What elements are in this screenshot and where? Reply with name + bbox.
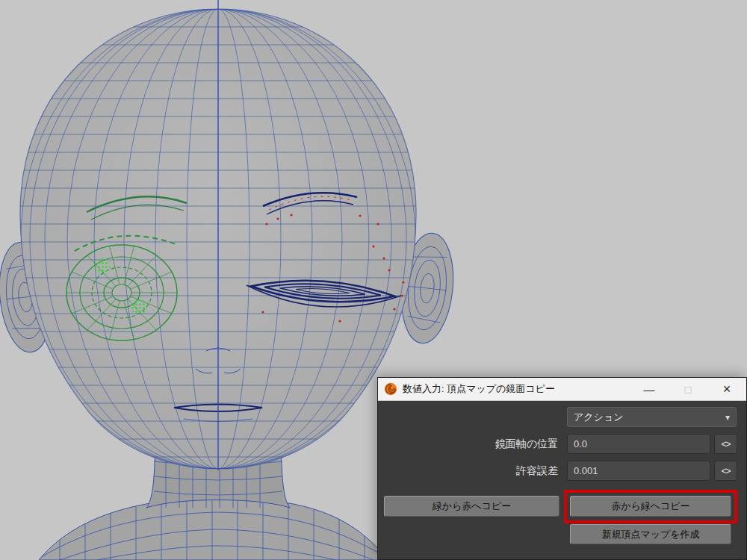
copy-green-to-red-button[interactable]: 緑から赤へコピー [384,496,560,517]
dialog-title: 数値入力: 頂点マップの鏡面コピー [403,382,555,396]
mirror-copy-dialog: 数値入力: 頂点マップの鏡面コピー — □ × アクション ▾ 鏡面軸の位置 0… [377,377,747,560]
tolerance-label: 許容誤差 [438,464,558,478]
close-icon[interactable]: × [707,378,746,400]
chevron-down-icon: ▾ [725,412,730,423]
copy-red-to-green-button[interactable]: 赤から緑へコピー [570,496,731,517]
tolerance-input[interactable]: 0.001 [567,461,710,481]
mirror-axis-input[interactable]: 0.0 [567,434,710,454]
minimize-icon[interactable]: — [630,378,669,400]
window-controls: — □ × [630,378,746,400]
maximize-icon[interactable]: □ [669,378,707,400]
mirror-axis-stepper-icon[interactable]: <> [714,434,737,454]
create-vertex-map-button[interactable]: 新規頂点マップを作成 [570,524,731,544]
app-icon [384,382,397,396]
tolerance-stepper-icon[interactable]: <> [714,461,737,481]
action-dropdown[interactable]: アクション ▾ [567,407,737,427]
action-dropdown-value: アクション [574,411,624,424]
dialog-titlebar[interactable]: 数値入力: 頂点マップの鏡面コピー — □ × [378,378,746,401]
mirror-axis-label: 鏡面軸の位置 [438,438,558,451]
